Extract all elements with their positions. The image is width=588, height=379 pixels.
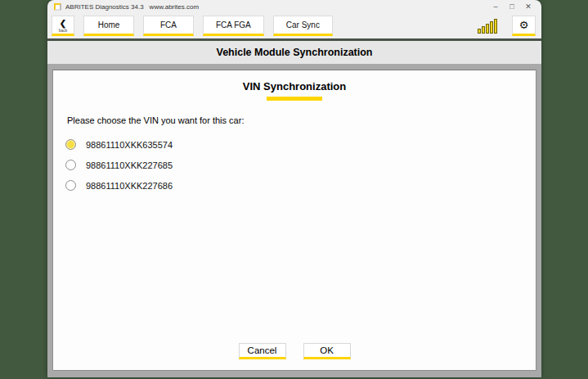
radio-button[interactable] <box>65 180 76 191</box>
window-controls: – □ ✕ <box>487 0 536 13</box>
vin-label: 98861110XKK227686 <box>86 181 173 191</box>
vin-label: 98861110XKK635574 <box>86 140 173 150</box>
screen-title: Vehicle Module Synchronization <box>216 47 372 58</box>
cancel-button[interactable]: Cancel <box>239 343 286 359</box>
dialog-buttons: Cancel OK <box>53 343 536 359</box>
app-title: ABRITES Diagnostics 34.3 <box>65 3 144 11</box>
tab-car-sync[interactable]: Car Sync <box>273 16 333 36</box>
page-title: VIN Synchronization <box>53 80 536 92</box>
screen-header: Vehicle Module Synchronization <box>47 41 541 64</box>
close-button[interactable]: ✕ <box>520 0 536 13</box>
title-underline <box>267 97 322 101</box>
tab-bar: ❮ back Home FCA FCA FGA Car Sync ⚙ <box>47 13 541 38</box>
gear-icon: ⚙ <box>519 19 529 31</box>
main-frame: VIN Synchronization Please choose the VI… <box>47 64 541 377</box>
content-panel: VIN Synchronization Please choose the VI… <box>52 70 536 371</box>
radio-button[interactable] <box>65 139 76 150</box>
tab-fca-fga[interactable]: FCA FGA <box>203 16 264 36</box>
radio-button[interactable] <box>65 160 76 170</box>
title-bar: ABRITES Diagnostics 34.3 www.abrites.com… <box>47 0 541 13</box>
back-chevron-icon: ❮ <box>60 20 66 28</box>
vin-list: 98861110XKK635574 98861110XKK227685 9886… <box>65 139 536 191</box>
vin-option[interactable]: 98861110XKK227686 <box>65 180 536 191</box>
vin-option[interactable]: 98861110XKK227685 <box>65 160 536 170</box>
ok-button[interactable]: OK <box>303 343 351 359</box>
app-url: www.abrites.com <box>150 3 199 11</box>
tab-fca[interactable]: FCA <box>143 16 194 36</box>
minimize-button[interactable]: – <box>487 0 504 13</box>
vin-label: 98861110XKK227685 <box>86 160 173 170</box>
signal-bars-icon <box>478 19 497 34</box>
tab-home[interactable]: Home <box>83 16 134 36</box>
back-button[interactable]: ❮ back <box>52 16 74 36</box>
app-window: ABRITES Diagnostics 34.3 www.abrites.com… <box>47 0 541 377</box>
vin-prompt: Please choose the VIN you want for this … <box>67 115 536 125</box>
maximize-button[interactable]: □ <box>504 0 520 13</box>
abrites-logo-icon <box>54 3 61 11</box>
settings-button[interactable]: ⚙ <box>512 16 536 36</box>
vin-option[interactable]: 98861110XKK635574 <box>65 139 536 150</box>
back-label: back <box>59 29 68 33</box>
